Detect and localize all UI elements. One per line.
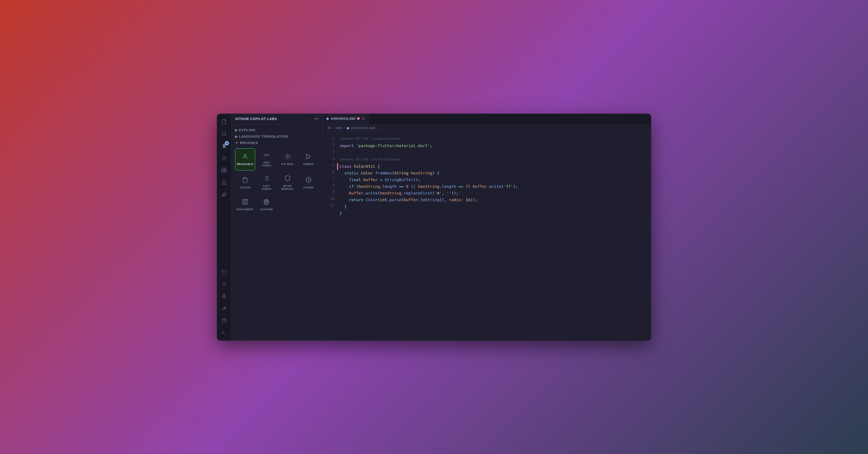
svg-point-5	[223, 157, 225, 159]
brush-clean[interactable]: CLEAN	[235, 172, 255, 194]
sidebar-more-button[interactable]: •••	[314, 116, 318, 121]
breadcrumb-sep2: >	[343, 126, 345, 130]
tab-filename: extensions.dart	[331, 116, 355, 121]
svg-rect-9	[224, 170, 226, 172]
svg-point-0	[222, 131, 226, 135]
clean-label: CLEAN	[240, 186, 250, 189]
svg-point-3	[223, 147, 223, 148]
svg-point-16	[224, 307, 226, 308]
magic-icon[interactable]	[219, 303, 229, 314]
brush-list-steps[interactable]: LIST STEPS	[256, 172, 276, 194]
code-line-10: }	[340, 210, 651, 217]
brush-chunk[interactable]: CHUNK	[299, 172, 318, 194]
main-window: 18	[217, 114, 651, 341]
brushes-arrow: ▼	[235, 141, 239, 145]
svg-marker-23	[307, 154, 311, 159]
breadcrumb-sep3: >	[377, 126, 379, 130]
readable-icon	[242, 153, 248, 161]
custom-label: CUSTOM	[260, 208, 273, 211]
brushes-grid: READABLE <T> ADD TYPES	[231, 146, 322, 217]
bolt-icon[interactable]	[219, 291, 229, 302]
git-blame-2: Ssiswent, 19个月前 | 1 author (Ssiswent)	[340, 156, 651, 163]
code-line-1: import 'package:flutter/material.dart';	[340, 143, 651, 149]
code-line-5: final buffer = StringBuffer();	[340, 177, 651, 183]
chunk-icon	[305, 177, 312, 184]
brush-make-robust[interactable]: MAKE ROBUST	[278, 172, 298, 194]
language-translation-label: LANGUAGE TRANSLATION	[239, 134, 288, 138]
code-line-4: static Color fromHex(String hexString) {	[340, 170, 651, 177]
extensions-icon[interactable]	[219, 165, 229, 176]
svg-rect-8	[222, 170, 224, 172]
history-icon[interactable]	[219, 267, 229, 277]
clean-icon	[242, 177, 248, 184]
code-line-3: class ColorUtil {	[340, 163, 651, 170]
make-robust-icon	[284, 175, 291, 183]
svg-text:<T>: <T>	[264, 153, 269, 156]
explain-section-header[interactable]: ▶ EXPLAIN	[231, 127, 322, 133]
git-blame-1: Ssiswent, 19个月前 | 1 author (Ssiswent)	[340, 135, 651, 143]
brushes-section-header[interactable]: ▼ BRUSHES	[231, 140, 322, 146]
feather-icon[interactable]	[219, 189, 229, 200]
debug-brush-icon	[305, 153, 312, 161]
svg-rect-33	[243, 202, 245, 204]
brush-readable[interactable]: READABLE	[235, 148, 255, 171]
explain-arrow: ▶	[235, 128, 238, 132]
code-content[interactable]: Ssiswent, 19个月前 | 1 author (Ssiswent) im…	[337, 131, 651, 341]
breadcrumb-file-icon: ◆	[346, 126, 349, 130]
list-steps-label: LIST STEPS	[258, 184, 275, 190]
debug-label: DEBUG	[303, 162, 314, 165]
breadcrumb-more: ...	[380, 126, 383, 130]
breadcrumb-filename: extensions.dart	[350, 126, 375, 130]
copilot-icon[interactable]: 18	[219, 141, 229, 151]
copilot2-icon[interactable]	[219, 315, 229, 326]
svg-point-4	[225, 147, 225, 148]
chart-icon[interactable]	[219, 279, 229, 290]
dart-file-icon: ◆	[326, 116, 329, 121]
svg-marker-15	[222, 294, 226, 298]
code-line-9: }	[340, 203, 651, 210]
code-line-7: buffer.write(hexString.replaceFirst('#',…	[340, 190, 651, 196]
brush-debug[interactable]: DEBUG	[299, 148, 318, 171]
editor-area: ◆ extensions.dart ✕ lib > utils > ◆ exte…	[322, 114, 651, 341]
code-editor[interactable]: 1 2 3 4 5 6 7 8 9 10 11 Ssiswent, 19个月前 …	[322, 131, 651, 341]
flask-icon[interactable]	[219, 177, 229, 188]
brush-custom[interactable]: CUSTOM	[256, 195, 276, 214]
code-line-6: if (hexString.length == 6 || hexString.l…	[340, 183, 651, 190]
chunk-label: CHUNK	[303, 186, 314, 189]
brush-document[interactable]: DOCUMENT	[235, 195, 255, 214]
sidebar-header: GITHUB COPILOT LABS •••	[231, 114, 322, 125]
brush-fix-bug[interactable]: FIX BUG	[278, 148, 298, 171]
language-translation-section-header[interactable]: ▶ LANGUAGE TRANSLATION	[231, 133, 322, 140]
copilot-badge: 18	[225, 141, 229, 145]
breadcrumb-sep1: >	[332, 126, 334, 130]
sidebar: GITHUB COPILOT LABS ••• ▶ EXPLAIN ▶ LANG…	[231, 114, 322, 341]
svg-point-18	[224, 322, 224, 322]
sidebar-title: GITHUB COPILOT LABS	[235, 117, 277, 121]
line-numbers: 1 2 3 4 5 6 7 8 9 10 11	[322, 131, 337, 341]
document-label: DOCUMENT	[237, 208, 254, 211]
code-line-11	[340, 217, 651, 223]
debug-icon[interactable]	[219, 153, 229, 163]
svg-rect-7	[224, 168, 226, 170]
search-icon[interactable]	[219, 128, 229, 139]
breadcrumb-lib: lib	[328, 126, 331, 130]
terminal-icon[interactable]	[219, 327, 229, 338]
editor-tab[interactable]: ◆ extensions.dart ✕	[322, 114, 369, 124]
svg-rect-32	[246, 199, 248, 201]
svg-rect-34	[246, 202, 248, 204]
sidebar-content: ▶ EXPLAIN ▶ LANGUAGE TRANSLATION ▼ BRUSH…	[231, 125, 322, 341]
brush-add-types[interactable]: <T> ADD TYPES	[256, 148, 276, 171]
svg-line-1	[225, 134, 226, 135]
language-translation-arrow: ▶	[235, 134, 238, 139]
files-icon[interactable]	[219, 116, 229, 127]
breadcrumb: lib > utils > ◆ extensions.dart > ...	[322, 125, 651, 131]
tab-close-button[interactable]: ✕	[362, 116, 365, 121]
tab-bar: ◆ extensions.dart ✕	[322, 114, 651, 125]
code-line-8: return Color(int.parse(buffer.toString()…	[340, 196, 651, 203]
svg-point-2	[223, 144, 225, 146]
brushes-label: BRUSHES	[240, 141, 258, 145]
svg-rect-31	[243, 199, 245, 201]
document-icon	[242, 199, 248, 206]
explain-label: EXPLAIN	[239, 128, 255, 132]
svg-point-22	[287, 156, 288, 157]
